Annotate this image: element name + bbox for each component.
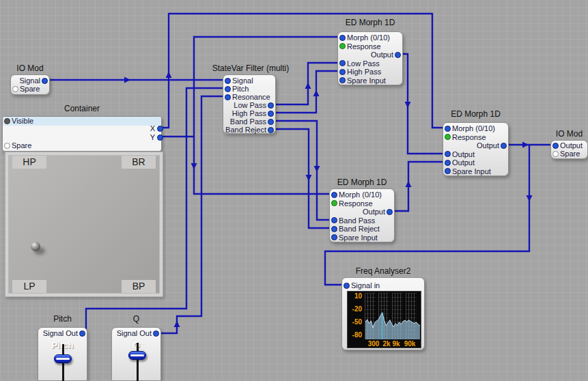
- module-ed-morph-bottom[interactable]: Morph (0/10) Response Output Band Pass B…: [329, 188, 395, 242]
- port-label: Output: [560, 141, 583, 150]
- xy-pad-ball[interactable]: [31, 242, 40, 251]
- highpass-output-port-icon[interactable]: [268, 111, 274, 117]
- port-label: Spare: [20, 85, 40, 93]
- bandpass-input-port-icon[interactable]: [331, 217, 337, 223]
- port-row: Signal Out: [112, 329, 160, 337]
- wire-arrow-icon: [527, 195, 533, 201]
- lowpass-output-port-icon[interactable]: [268, 102, 274, 109]
- slider-track[interactable]: [137, 343, 139, 381]
- module-io-mod-left[interactable]: Signal Spare: [10, 74, 50, 95]
- signal-output-port-icon[interactable]: [42, 78, 48, 84]
- signal-out-port-icon[interactable]: [153, 330, 159, 337]
- spare-input-port-icon[interactable]: [331, 234, 337, 240]
- port-row: High Pass: [338, 68, 402, 76]
- port-label: Output: [452, 150, 475, 158]
- y-output-port-icon[interactable]: [157, 135, 163, 141]
- bandreject-output-port-icon[interactable]: [268, 127, 274, 133]
- y-output-row: Y: [150, 133, 155, 141]
- q-slider-knob[interactable]: [128, 351, 146, 360]
- module-title: IO Mod: [550, 129, 588, 139]
- output-port-icon[interactable]: [501, 143, 507, 149]
- output-port-icon[interactable]: [387, 209, 393, 215]
- xy-pad[interactable]: HP BR LP BP: [8, 155, 160, 294]
- port-row: Output: [443, 150, 508, 159]
- module-title: ED Morph 1D: [443, 109, 509, 119]
- container-body: HP BR LP BP: [5, 152, 163, 297]
- slider-ticks: [140, 344, 145, 381]
- pad-corner-lp: LP: [12, 280, 46, 293]
- port-label: Morph (0/10): [452, 124, 495, 132]
- output-input-port-icon[interactable]: [445, 160, 451, 166]
- response-input-port-icon[interactable]: [339, 43, 346, 49]
- module-ed-morph-top[interactable]: Morph (0/10) Response Output Low Pass Hi…: [337, 31, 403, 85]
- port-label: Signal: [19, 76, 40, 85]
- spare-row: Spare: [12, 141, 31, 150]
- port-label: Signal Out: [117, 329, 152, 337]
- spare-label: Spare: [12, 141, 31, 150]
- morph-input-port-icon[interactable]: [445, 126, 451, 132]
- module-title: Pitch: [38, 314, 87, 324]
- port-label: Signal Out: [43, 329, 78, 337]
- module-pitch-slider[interactable]: Signal Out Pitch: [38, 327, 87, 381]
- module-freq-analyser[interactable]: Signal in 10 -20 -50 -80 300 2k 9k 90k: [341, 277, 425, 350]
- module-title: IO Mod: [10, 63, 50, 73]
- x-output-port-icon[interactable]: [157, 126, 163, 132]
- port-row: Morph (0/10): [443, 124, 508, 133]
- bandreject-input-port-icon[interactable]: [331, 226, 337, 232]
- module-title: Q: [111, 314, 161, 324]
- port-label: Response: [347, 42, 381, 51]
- wire[interactable]: [276, 121, 331, 220]
- wire[interactable]: [276, 129, 331, 228]
- wire[interactable]: [160, 96, 225, 333]
- pad-corner-br: BR: [122, 156, 156, 169]
- module-statevar-filter[interactable]: Signal Pitch Resonance Low Pass High Pas…: [223, 74, 276, 134]
- spare-input-port-icon[interactable]: [445, 168, 451, 174]
- signal-in-port-icon[interactable]: [344, 283, 350, 289]
- output-port-icon[interactable]: [395, 52, 401, 58]
- port-label: Low Pass: [234, 101, 266, 109]
- y-tick-label: -50: [350, 318, 362, 326]
- port-row: Output: [330, 208, 394, 216]
- output-input-port-icon[interactable]: [445, 151, 451, 157]
- wire-arrow-icon: [522, 142, 529, 148]
- port-label: Band Reject: [339, 225, 380, 233]
- morph-input-port-icon[interactable]: [339, 35, 346, 41]
- visible-port-icon[interactable]: [4, 118, 10, 124]
- signal-out-port-icon[interactable]: [79, 330, 85, 337]
- port-label: High Pass: [347, 68, 381, 76]
- signal-input-port-icon[interactable]: [225, 78, 231, 84]
- spare-input-port-icon[interactable]: [339, 77, 346, 83]
- response-input-port-icon[interactable]: [445, 134, 451, 140]
- output-input-port-icon[interactable]: [552, 143, 559, 149]
- morph-input-port-icon[interactable]: [331, 192, 337, 198]
- module-io-mod-right[interactable]: Output Spare: [550, 140, 588, 159]
- port-label: Output: [477, 141, 499, 150]
- module-ed-morph-right[interactable]: Morph (0/10) Response Output Output Outp…: [443, 122, 509, 176]
- pitch-slider-knob[interactable]: [54, 354, 72, 363]
- spare-port-icon[interactable]: [552, 151, 559, 157]
- port-label: Signal in: [351, 281, 380, 290]
- spare-port-icon[interactable]: [12, 86, 18, 92]
- port-row: Output: [338, 51, 402, 59]
- module-container-header[interactable]: Visible X Y Spare: [2, 116, 162, 152]
- module-title: Freq Analyser2: [341, 266, 425, 276]
- port-row: Response: [338, 42, 402, 51]
- wire-arrow-icon: [124, 77, 130, 83]
- bandpass-output-port-icon[interactable]: [268, 119, 274, 125]
- module-q-slider[interactable]: Signal Out Q: [111, 327, 161, 381]
- pitch-input-port-icon[interactable]: [225, 86, 231, 92]
- resonance-input-port-icon[interactable]: [225, 94, 231, 100]
- lowpass-input-port-icon[interactable]: [339, 60, 346, 66]
- port-label: Output: [452, 158, 475, 167]
- wire[interactable]: [276, 71, 338, 113]
- response-input-port-icon[interactable]: [331, 200, 337, 206]
- port-label: Spare Input: [339, 234, 378, 242]
- port-row: Low Pass: [223, 101, 275, 109]
- wire[interactable]: [393, 162, 444, 211]
- module-title: StateVar Filter (multi): [203, 63, 298, 73]
- wire-arrow-icon: [406, 181, 412, 187]
- highpass-input-port-icon[interactable]: [339, 69, 346, 75]
- spare-port-icon[interactable]: [4, 143, 10, 149]
- port-label: Output: [363, 208, 385, 216]
- pad-corner-bp: BP: [122, 280, 156, 293]
